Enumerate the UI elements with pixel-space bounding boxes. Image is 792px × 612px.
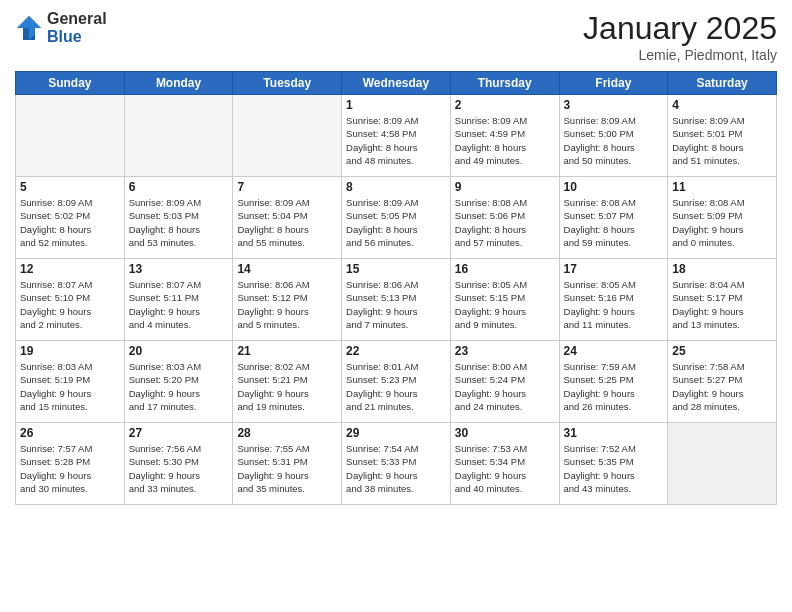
week-row-1: 1Sunrise: 8:09 AM Sunset: 4:58 PM Daylig…: [16, 95, 777, 177]
day-info: Sunrise: 8:09 AM Sunset: 5:00 PM Dayligh…: [564, 114, 664, 167]
week-row-4: 19Sunrise: 8:03 AM Sunset: 5:19 PM Dayli…: [16, 341, 777, 423]
calendar-cell: 15Sunrise: 8:06 AM Sunset: 5:13 PM Dayli…: [342, 259, 451, 341]
weekday-header-saturday: Saturday: [668, 72, 777, 95]
calendar: SundayMondayTuesdayWednesdayThursdayFrid…: [15, 71, 777, 505]
day-number: 30: [455, 426, 555, 440]
day-number: 6: [129, 180, 229, 194]
day-info: Sunrise: 8:06 AM Sunset: 5:12 PM Dayligh…: [237, 278, 337, 331]
day-info: Sunrise: 8:09 AM Sunset: 5:02 PM Dayligh…: [20, 196, 120, 249]
day-number: 11: [672, 180, 772, 194]
calendar-cell: 29Sunrise: 7:54 AM Sunset: 5:33 PM Dayli…: [342, 423, 451, 505]
logo: General Blue: [15, 10, 107, 45]
calendar-cell: 8Sunrise: 8:09 AM Sunset: 5:05 PM Daylig…: [342, 177, 451, 259]
day-info: Sunrise: 7:54 AM Sunset: 5:33 PM Dayligh…: [346, 442, 446, 495]
calendar-cell: 21Sunrise: 8:02 AM Sunset: 5:21 PM Dayli…: [233, 341, 342, 423]
logo-icon: [15, 14, 43, 42]
day-info: Sunrise: 8:07 AM Sunset: 5:11 PM Dayligh…: [129, 278, 229, 331]
day-number: 1: [346, 98, 446, 112]
day-info: Sunrise: 8:05 AM Sunset: 5:16 PM Dayligh…: [564, 278, 664, 331]
calendar-cell: [233, 95, 342, 177]
day-number: 2: [455, 98, 555, 112]
calendar-cell: 17Sunrise: 8:05 AM Sunset: 5:16 PM Dayli…: [559, 259, 668, 341]
day-number: 25: [672, 344, 772, 358]
calendar-cell: 7Sunrise: 8:09 AM Sunset: 5:04 PM Daylig…: [233, 177, 342, 259]
calendar-cell: 31Sunrise: 7:52 AM Sunset: 5:35 PM Dayli…: [559, 423, 668, 505]
title-section: January 2025 Lemie, Piedmont, Italy: [583, 10, 777, 63]
calendar-cell: 4Sunrise: 8:09 AM Sunset: 5:01 PM Daylig…: [668, 95, 777, 177]
svg-marker-1: [17, 16, 41, 40]
day-info: Sunrise: 8:06 AM Sunset: 5:13 PM Dayligh…: [346, 278, 446, 331]
header: General Blue January 2025 Lemie, Piedmon…: [15, 10, 777, 63]
logo-text: General Blue: [47, 10, 107, 45]
day-number: 14: [237, 262, 337, 276]
day-number: 19: [20, 344, 120, 358]
calendar-cell: 30Sunrise: 7:53 AM Sunset: 5:34 PM Dayli…: [450, 423, 559, 505]
day-info: Sunrise: 8:09 AM Sunset: 5:03 PM Dayligh…: [129, 196, 229, 249]
day-info: Sunrise: 7:55 AM Sunset: 5:31 PM Dayligh…: [237, 442, 337, 495]
day-number: 24: [564, 344, 664, 358]
day-number: 5: [20, 180, 120, 194]
day-info: Sunrise: 8:09 AM Sunset: 5:01 PM Dayligh…: [672, 114, 772, 167]
calendar-cell: 6Sunrise: 8:09 AM Sunset: 5:03 PM Daylig…: [124, 177, 233, 259]
calendar-cell: 26Sunrise: 7:57 AM Sunset: 5:28 PM Dayli…: [16, 423, 125, 505]
day-number: 21: [237, 344, 337, 358]
calendar-cell: 25Sunrise: 7:58 AM Sunset: 5:27 PM Dayli…: [668, 341, 777, 423]
weekday-header-sunday: Sunday: [16, 72, 125, 95]
day-info: Sunrise: 8:03 AM Sunset: 5:19 PM Dayligh…: [20, 360, 120, 413]
day-number: 16: [455, 262, 555, 276]
calendar-cell: 10Sunrise: 8:08 AM Sunset: 5:07 PM Dayli…: [559, 177, 668, 259]
calendar-cell: 14Sunrise: 8:06 AM Sunset: 5:12 PM Dayli…: [233, 259, 342, 341]
day-number: 29: [346, 426, 446, 440]
day-number: 15: [346, 262, 446, 276]
calendar-cell: 2Sunrise: 8:09 AM Sunset: 4:59 PM Daylig…: [450, 95, 559, 177]
calendar-cell: 22Sunrise: 8:01 AM Sunset: 5:23 PM Dayli…: [342, 341, 451, 423]
day-number: 27: [129, 426, 229, 440]
day-info: Sunrise: 7:52 AM Sunset: 5:35 PM Dayligh…: [564, 442, 664, 495]
day-number: 9: [455, 180, 555, 194]
calendar-cell: [16, 95, 125, 177]
day-info: Sunrise: 8:08 AM Sunset: 5:09 PM Dayligh…: [672, 196, 772, 249]
day-info: Sunrise: 8:01 AM Sunset: 5:23 PM Dayligh…: [346, 360, 446, 413]
weekday-header-friday: Friday: [559, 72, 668, 95]
day-info: Sunrise: 8:07 AM Sunset: 5:10 PM Dayligh…: [20, 278, 120, 331]
calendar-cell: 1Sunrise: 8:09 AM Sunset: 4:58 PM Daylig…: [342, 95, 451, 177]
day-info: Sunrise: 8:00 AM Sunset: 5:24 PM Dayligh…: [455, 360, 555, 413]
calendar-cell: 28Sunrise: 7:55 AM Sunset: 5:31 PM Dayli…: [233, 423, 342, 505]
calendar-cell: 27Sunrise: 7:56 AM Sunset: 5:30 PM Dayli…: [124, 423, 233, 505]
weekday-header-row: SundayMondayTuesdayWednesdayThursdayFrid…: [16, 72, 777, 95]
calendar-cell: 18Sunrise: 8:04 AM Sunset: 5:17 PM Dayli…: [668, 259, 777, 341]
day-info: Sunrise: 7:58 AM Sunset: 5:27 PM Dayligh…: [672, 360, 772, 413]
weekday-header-monday: Monday: [124, 72, 233, 95]
calendar-cell: 11Sunrise: 8:08 AM Sunset: 5:09 PM Dayli…: [668, 177, 777, 259]
day-number: 18: [672, 262, 772, 276]
calendar-cell: 13Sunrise: 8:07 AM Sunset: 5:11 PM Dayli…: [124, 259, 233, 341]
day-number: 23: [455, 344, 555, 358]
calendar-cell: 5Sunrise: 8:09 AM Sunset: 5:02 PM Daylig…: [16, 177, 125, 259]
calendar-cell: 20Sunrise: 8:03 AM Sunset: 5:20 PM Dayli…: [124, 341, 233, 423]
calendar-cell: 12Sunrise: 8:07 AM Sunset: 5:10 PM Dayli…: [16, 259, 125, 341]
logo-blue-text: Blue: [47, 28, 107, 46]
day-number: 20: [129, 344, 229, 358]
calendar-cell: 3Sunrise: 8:09 AM Sunset: 5:00 PM Daylig…: [559, 95, 668, 177]
day-info: Sunrise: 7:57 AM Sunset: 5:28 PM Dayligh…: [20, 442, 120, 495]
calendar-cell: 16Sunrise: 8:05 AM Sunset: 5:15 PM Dayli…: [450, 259, 559, 341]
day-number: 4: [672, 98, 772, 112]
calendar-cell: 23Sunrise: 8:00 AM Sunset: 5:24 PM Dayli…: [450, 341, 559, 423]
weekday-header-tuesday: Tuesday: [233, 72, 342, 95]
day-info: Sunrise: 8:08 AM Sunset: 5:06 PM Dayligh…: [455, 196, 555, 249]
calendar-cell: 9Sunrise: 8:08 AM Sunset: 5:06 PM Daylig…: [450, 177, 559, 259]
day-number: 7: [237, 180, 337, 194]
week-row-3: 12Sunrise: 8:07 AM Sunset: 5:10 PM Dayli…: [16, 259, 777, 341]
day-number: 8: [346, 180, 446, 194]
month-title: January 2025: [583, 10, 777, 47]
calendar-cell: 19Sunrise: 8:03 AM Sunset: 5:19 PM Dayli…: [16, 341, 125, 423]
day-info: Sunrise: 7:59 AM Sunset: 5:25 PM Dayligh…: [564, 360, 664, 413]
calendar-cell: [124, 95, 233, 177]
day-number: 31: [564, 426, 664, 440]
day-info: Sunrise: 8:05 AM Sunset: 5:15 PM Dayligh…: [455, 278, 555, 331]
logo-general-text: General: [47, 10, 107, 28]
day-number: 26: [20, 426, 120, 440]
location: Lemie, Piedmont, Italy: [583, 47, 777, 63]
day-number: 28: [237, 426, 337, 440]
day-info: Sunrise: 8:09 AM Sunset: 5:04 PM Dayligh…: [237, 196, 337, 249]
